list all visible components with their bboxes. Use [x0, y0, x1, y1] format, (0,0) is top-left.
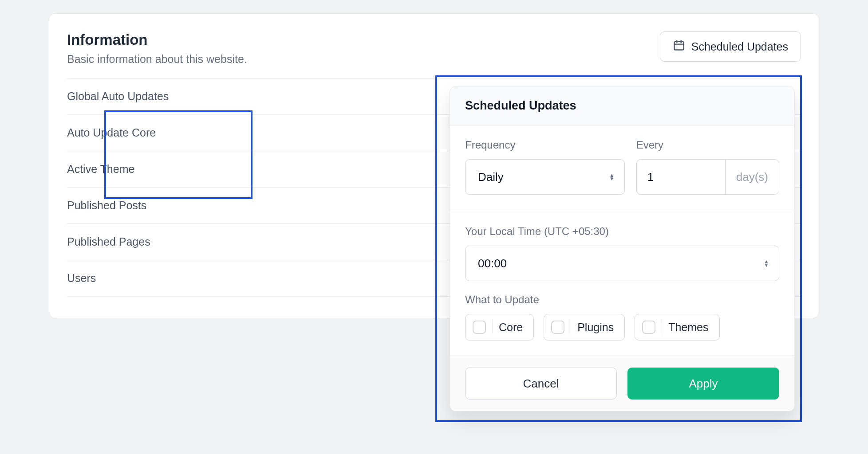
time-label: Your Local Time (UTC +05:30)	[465, 225, 779, 238]
card-header: Information Basic information about this…	[67, 31, 801, 66]
every-field: Every day(s)	[636, 139, 779, 195]
card-title: Information	[67, 31, 247, 48]
cancel-button[interactable]: Cancel	[465, 368, 617, 399]
time-select[interactable]: 00:00 ▲▼	[465, 246, 779, 281]
option-themes-label: Themes	[668, 321, 708, 334]
scheduled-updates-button-label: Scheduled Updates	[691, 40, 788, 53]
option-core-label: Core	[499, 321, 523, 334]
separator	[662, 320, 662, 334]
every-input[interactable]	[636, 159, 725, 195]
frequency-select[interactable]: Daily ▲▼	[465, 159, 625, 195]
separator	[492, 320, 493, 334]
frequency-value: Daily	[478, 170, 504, 184]
popover-body: Frequency Daily ▲▼ Every day(s)	[450, 125, 794, 356]
popover-footer: Cancel Apply	[450, 356, 794, 411]
option-core[interactable]: Core	[465, 314, 534, 340]
option-plugins[interactable]: Plugins	[544, 314, 625, 340]
card-heading-block: Information Basic information about this…	[67, 31, 247, 66]
scheduled-updates-button[interactable]: Scheduled Updates	[660, 31, 801, 62]
frequency-field: Frequency Daily ▲▼	[465, 139, 625, 195]
svg-rect-0	[674, 42, 683, 50]
checkbox-plugins[interactable]	[551, 321, 564, 334]
checkbox-themes[interactable]	[642, 321, 655, 334]
time-field: Your Local Time (UTC +05:30) 00:00 ▲▼	[465, 225, 779, 281]
frequency-row: Frequency Daily ▲▼ Every day(s)	[465, 139, 779, 195]
every-suffix: day(s)	[725, 159, 779, 195]
chevron-updown-icon: ▲▼	[609, 173, 615, 180]
frequency-label: Frequency	[465, 139, 625, 151]
what-to-update-label: What to Update	[465, 294, 779, 306]
page-root: Information Basic information about this…	[0, 0, 868, 318]
every-label: Every	[636, 139, 779, 151]
apply-button[interactable]: Apply	[627, 368, 779, 399]
what-to-update-options: Core Plugins Themes	[465, 314, 779, 340]
card-subtitle: Basic information about this website.	[67, 53, 247, 66]
checkbox-core[interactable]	[473, 321, 486, 334]
chevron-updown-icon: ▲▼	[764, 260, 769, 267]
popover-title: Scheduled Updates	[450, 86, 794, 125]
highlight-popover: Scheduled Updates Frequency Daily ▲▼ Eve…	[435, 75, 802, 422]
separator	[571, 320, 571, 334]
option-plugins-label: Plugins	[577, 321, 614, 334]
option-themes[interactable]: Themes	[635, 314, 719, 340]
every-group: day(s)	[636, 159, 779, 195]
divider	[450, 210, 794, 210]
calendar-icon	[673, 39, 685, 54]
scheduled-updates-popover: Scheduled Updates Frequency Daily ▲▼ Eve…	[450, 86, 795, 411]
time-value: 00:00	[478, 257, 507, 270]
